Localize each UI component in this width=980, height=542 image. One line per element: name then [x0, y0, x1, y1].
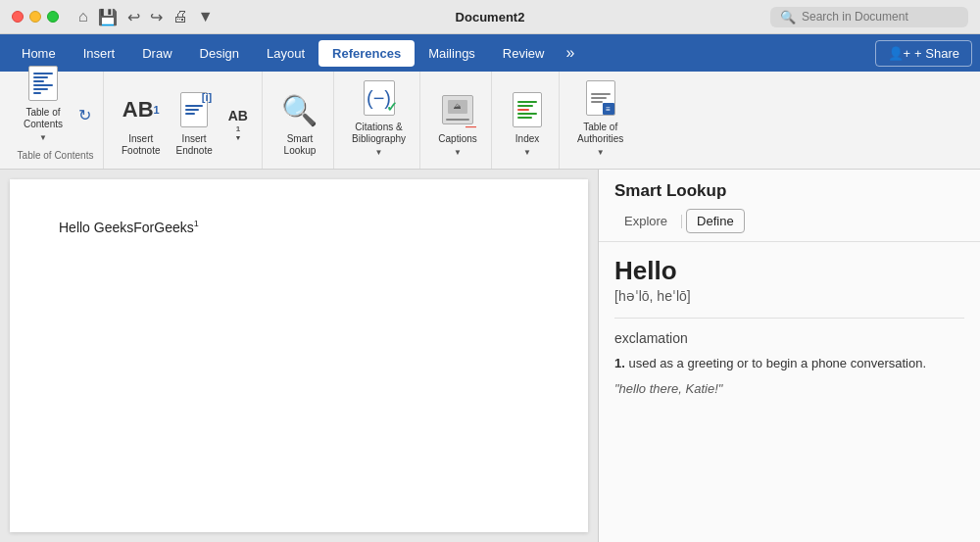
close-button[interactable]: [12, 11, 24, 23]
print-icon[interactable]: 🖨: [172, 8, 188, 25]
citations-dropdown-icon: ▼: [375, 148, 383, 157]
footnotes-content: AB 1 Insert Footnote [i] Insert Endnote: [116, 77, 254, 161]
search-input[interactable]: [802, 10, 958, 24]
refresh-toc-button[interactable]: ↻: [74, 104, 95, 126]
ribbon: Table of Contents ▼ ↻ Table of Contents …: [0, 72, 980, 170]
captions-dropdown-icon: ▼: [454, 148, 462, 157]
menu-more[interactable]: »: [558, 40, 582, 66]
smart-lookup-pane: Smart Lookup Explore Define Hello [həˈlō…: [598, 170, 980, 542]
tab-divider: [681, 215, 682, 228]
title-actions: ⌂ 💾 ↩ ↪ 🖨 ▼: [78, 8, 214, 26]
insert-endnote-button[interactable]: [i] Insert Endnote: [170, 85, 218, 161]
ab-variant-button[interactable]: AB 1 ▼: [222, 106, 254, 143]
index-button[interactable]: Index ▼: [504, 85, 551, 161]
toc-icon: [25, 63, 61, 104]
endnote-label: Insert Endnote: [175, 133, 212, 157]
share-button[interactable]: 👤+ + Share: [875, 40, 973, 67]
ribbon-group-citations: (−) ✓ Citations & Bibliography ▼: [338, 72, 420, 169]
endnote-icon: [i]: [180, 89, 208, 130]
title-bar: ⌂ 💾 ↩ ↪ 🖨 ▼ Document2 🔍: [0, 0, 980, 34]
table-of-contents-button[interactable]: Table of Contents ▼: [16, 59, 71, 146]
search-bar[interactable]: 🔍: [770, 7, 968, 27]
more-icon[interactable]: ▼: [198, 8, 214, 25]
sl-body: Hello [həˈlō, heˈlō] exclamation 1. used…: [599, 242, 980, 542]
ribbon-group-smart-lookup: 🔍 Smart Lookup: [267, 72, 334, 169]
save-icon[interactable]: 💾: [98, 8, 118, 26]
toa-dropdown-icon: ▼: [597, 148, 605, 157]
insert-footnote-button[interactable]: AB 1 Insert Footnote: [116, 85, 166, 161]
citations-icon: (−) ✓: [364, 77, 395, 119]
tab-define[interactable]: Define: [686, 209, 745, 233]
refresh-icon: ↻: [78, 106, 91, 124]
content-area: Hello GeeksForGeeks1 Smart Lookup Explor…: [0, 170, 980, 542]
toc-label: Table of Contents: [24, 107, 63, 130]
footnote-label: Insert Footnote: [122, 133, 160, 157]
citations-label: Citations & Bibliography: [352, 122, 406, 145]
index-label: Index: [515, 133, 539, 145]
menu-layout[interactable]: Layout: [253, 40, 318, 67]
ribbon-group-index: Index ▼: [496, 72, 560, 169]
footnote-icon: AB 1: [122, 89, 160, 130]
redo-icon[interactable]: ↪: [150, 8, 163, 26]
menu-references[interactable]: References: [318, 40, 415, 67]
share-label: + Share: [914, 46, 959, 61]
ab-variant-group: AB 1 ▼: [222, 106, 254, 143]
menu-review[interactable]: Review: [489, 40, 559, 67]
smart-lookup-content: 🔍 Smart Lookup: [274, 77, 325, 161]
search-icon: 🔍: [780, 10, 796, 25]
sl-word: Hello: [614, 256, 964, 286]
document-page: Hello GeeksForGeeks1: [10, 179, 588, 532]
traffic-lights: [12, 11, 59, 23]
undo-icon[interactable]: ↩: [127, 8, 140, 26]
smart-lookup-button[interactable]: 🔍 Smart Lookup: [274, 85, 325, 161]
sl-divider-line: [614, 318, 964, 319]
share-icon: 👤+: [888, 46, 911, 61]
citations-button[interactable]: (−) ✓ Citations & Bibliography ▼: [346, 74, 412, 161]
captions-content: ⛰ — Captions ▼: [432, 77, 483, 161]
ribbon-group-footnotes: AB 1 Insert Footnote [i] Insert Endnote: [108, 72, 263, 169]
ribbon-group-toc: Table of Contents ▼ ↻ Table of Contents: [8, 72, 104, 169]
sl-header: Smart Lookup Explore Define: [599, 170, 980, 242]
smart-lookup-icon: 🔍: [281, 89, 318, 130]
document-text: Hello GeeksForGeeks1: [59, 219, 539, 235]
menu-bar: Home Insert Draw Design Layout Reference…: [0, 34, 980, 72]
index-icon: [513, 89, 542, 130]
maximize-button[interactable]: [47, 11, 59, 23]
ribbon-group-toa: ≡ Table of Authorities ▼: [564, 72, 637, 169]
sl-tabs: Explore Define: [614, 209, 964, 233]
toa-content: ≡ Table of Authorities ▼: [571, 74, 629, 161]
sl-definition-text: used as a greeting or to begin a phone c…: [628, 356, 926, 370]
ribbon-group-captions: ⛰ — Captions ▼: [424, 72, 492, 169]
captions-icon: ⛰ —: [442, 89, 473, 130]
sl-example: "hello there, Katie!": [614, 381, 964, 396]
sl-title: Smart Lookup: [614, 181, 964, 201]
menu-mailings[interactable]: Mailings: [415, 40, 489, 67]
home-icon[interactable]: ⌂: [78, 8, 88, 25]
toa-label: Table of Authorities: [577, 122, 623, 145]
sl-word-type: exclamation: [614, 330, 964, 346]
document-title: Document2: [456, 10, 525, 25]
sl-definition-num: 1.: [614, 356, 625, 370]
sl-definition: 1. used as a greeting or to begin a phon…: [614, 354, 964, 373]
document-pane: Hello GeeksForGeeks1: [0, 170, 598, 542]
index-dropdown-icon: ▼: [523, 148, 531, 157]
captions-label: Captions: [438, 133, 476, 145]
index-content: Index ▼: [504, 77, 551, 161]
citations-content: (−) ✓ Citations & Bibliography ▼: [346, 74, 412, 161]
toa-icon: ≡: [586, 77, 615, 119]
tab-explore[interactable]: Explore: [614, 210, 677, 232]
toa-button[interactable]: ≡ Table of Authorities ▼: [571, 74, 629, 161]
toc-dropdown-icon: ▼: [39, 133, 47, 142]
minimize-button[interactable]: [29, 11, 41, 23]
captions-button[interactable]: ⛰ — Captions ▼: [432, 85, 483, 161]
menu-draw[interactable]: Draw: [128, 40, 185, 67]
toc-group-label: Table of Contents: [18, 150, 94, 161]
sl-pronunciation: [həˈlō, heˈlō]: [614, 288, 964, 304]
footnote-marker: 1: [194, 219, 199, 228]
smart-lookup-label: Smart Lookup: [284, 133, 317, 157]
menu-design[interactable]: Design: [186, 40, 253, 67]
toc-content: Table of Contents ▼ ↻: [16, 59, 95, 146]
